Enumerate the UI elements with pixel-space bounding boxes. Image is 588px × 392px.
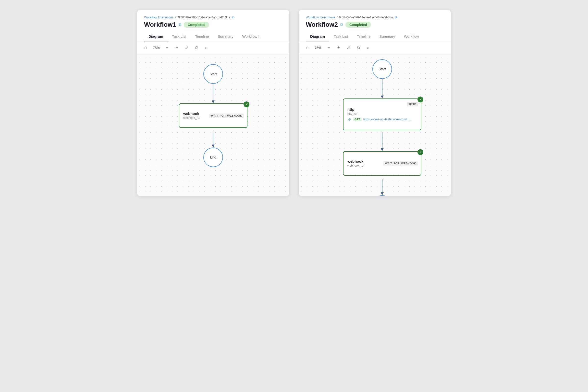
search-icon1[interactable]: ⌕: [203, 44, 210, 51]
svg-marker-1: [212, 100, 214, 104]
tab1-diagram[interactable]: Diagram: [144, 32, 168, 42]
panel2-header: Workflow Executions / 9b1bf0a4-e390-11ef…: [299, 10, 451, 32]
tab2-tasklist[interactable]: Task List: [329, 32, 352, 42]
panel2-diagram: Start HTTP http http_ref 🔗 GET https://o…: [299, 54, 451, 196]
workflow2-copy-icon[interactable]: ⧉: [340, 22, 343, 27]
breadcrumb1-copy-icon[interactable]: ⧉: [232, 15, 234, 19]
home-icon1[interactable]: ⌂: [142, 44, 149, 51]
link-icon: 🔗: [348, 118, 351, 121]
svg-marker-7: [381, 148, 384, 151]
breadcrumb2: Workflow Executions / 9b1bf0a4-e390-11ef…: [306, 15, 444, 19]
breadcrumb1-sep: /: [175, 16, 176, 19]
tab2-diagram[interactable]: Diagram: [306, 32, 329, 42]
tab2-summary[interactable]: Summary: [375, 32, 400, 42]
http-node2-check: ✓: [418, 96, 423, 102]
webhook-node2-badge: WAIT_FOR_WEBHOOK: [383, 161, 418, 166]
zoom-level1: 75%: [152, 46, 161, 50]
panel1-header: Workflow Executions / 9ff40596-e390-11ef…: [137, 10, 289, 32]
breadcrumb2-sep: /: [337, 16, 338, 19]
http-url[interactable]: https://orkes-api-tester.orkescondu...: [363, 118, 411, 121]
panel2-tabs: Diagram Task List Timeline Summary Workf…: [299, 32, 451, 42]
print-icon2[interactable]: ⎙: [355, 44, 362, 51]
http-method: GET: [353, 117, 362, 121]
webhook-node2-check: ✓: [418, 149, 423, 155]
print-icon1[interactable]: ⎙: [193, 44, 200, 51]
panel1-tabs: Diagram Task List Timeline Summary Workf…: [137, 32, 289, 42]
home-icon2[interactable]: ⌂: [304, 44, 311, 51]
zoom-in-icon2[interactable]: +: [335, 44, 342, 51]
webhook-node1-badge: WAIT_FOR_WEBHOOK: [209, 114, 244, 118]
svg-marker-5: [381, 96, 384, 98]
workflow1-status-badge: Completed: [184, 22, 209, 28]
breadcrumb2-id: 9b1bf0a4-e390-11ef-ae1e-7a0cdef2b3ba: [339, 16, 393, 19]
tab1-tasklist[interactable]: Task List: [168, 32, 190, 42]
breadcrumb1-id: 9ff40596-e390-11ef-ae1e-7a0cdef2b3ba: [178, 16, 230, 19]
end-node2: End: [372, 195, 392, 196]
zoom-in-icon1[interactable]: +: [174, 44, 180, 51]
end-node1: End: [203, 148, 223, 167]
workflow2-status-badge: Completed: [346, 22, 371, 28]
http-node2-badge: HTTP: [407, 102, 418, 106]
panel1-toolbar: ⌂ 75% − + ⤢ ⎙ ⌕: [137, 42, 289, 54]
svg-marker-3: [212, 144, 214, 148]
workflow2-title-row: Workflow2 ⧉ Completed: [306, 21, 444, 28]
workflow2-title: Workflow2: [306, 21, 338, 28]
panel1-diagram: Start webhook webhook_ref WAIT_FOR_WEBHO…: [137, 54, 289, 196]
tab1-workflow[interactable]: Workflow I: [238, 32, 264, 42]
breadcrumb2-copy-icon[interactable]: ⧉: [395, 15, 397, 19]
tab2-workflow[interactable]: Workflow: [400, 32, 423, 42]
http-link-row: 🔗 GET https://orkes-api-tester.orkescond…: [348, 117, 417, 121]
webhook-node1[interactable]: webhook webhook_ref WAIT_FOR_WEBHOOK ✓: [179, 104, 248, 128]
workflow1-title: Workflow1: [144, 21, 176, 28]
breadcrumb1-link[interactable]: Workflow Executions: [144, 16, 174, 19]
fit-icon2[interactable]: ⤢: [345, 44, 352, 51]
svg-marker-9: [381, 192, 384, 195]
search-icon2[interactable]: ⌕: [364, 44, 372, 51]
webhook-node2[interactable]: webhook webhook_ref WAIT_FOR_WEBHOOK ✓: [343, 151, 422, 176]
zoom-out-icon2[interactable]: −: [325, 44, 332, 51]
breadcrumb2-link[interactable]: Workflow Executions: [306, 16, 335, 19]
tab1-summary[interactable]: Summary: [214, 32, 238, 42]
zoom-out-icon1[interactable]: −: [164, 44, 170, 51]
http-node2[interactable]: HTTP http http_ref 🔗 GET https://orkes-a…: [343, 98, 422, 130]
fit-icon1[interactable]: ⤢: [183, 44, 190, 51]
breadcrumb1: Workflow Executions / 9ff40596-e390-11ef…: [144, 15, 282, 19]
tab1-timeline[interactable]: Timeline: [190, 32, 213, 42]
workflow2-panel: Workflow Executions / 9b1bf0a4-e390-11ef…: [299, 10, 451, 196]
http-node2-title: http: [348, 107, 417, 112]
start-node2: Start: [372, 59, 392, 79]
tab2-timeline[interactable]: Timeline: [352, 32, 375, 42]
zoom-level2: 75%: [314, 46, 322, 50]
start-node1: Start: [203, 64, 223, 84]
workflow1-panel: Workflow Executions / 9ff40596-e390-11ef…: [137, 10, 289, 196]
workflow1-copy-icon[interactable]: ⧉: [178, 22, 181, 27]
webhook-node1-check: ✓: [244, 102, 250, 107]
http-node2-ref: http_ref: [348, 112, 417, 116]
panel2-toolbar: ⌂ 75% − + ⤢ ⎙ ⌕: [299, 42, 451, 54]
workflow1-title-row: Workflow1 ⧉ Completed: [144, 21, 282, 28]
